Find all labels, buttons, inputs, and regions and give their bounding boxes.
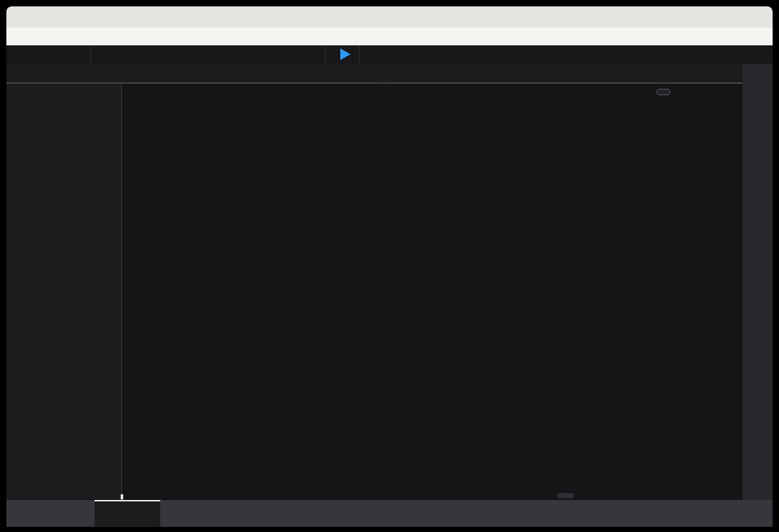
run-capture-button[interactable] (340, 49, 351, 60)
device-selector[interactable] (19, 500, 31, 527)
toolbar-divider (91, 45, 91, 64)
timeline-ruler[interactable] (6, 64, 743, 84)
statusbar (6, 500, 773, 527)
timescale-toggle[interactable] (750, 500, 755, 527)
right-sidebar (743, 64, 773, 500)
session-tab[interactable] (95, 500, 160, 527)
width-tooltip (656, 89, 670, 95)
toolbar (6, 45, 773, 64)
horizontal-scrollbar-thumb[interactable] (557, 493, 574, 498)
measurement-value-label[interactable] (382, 86, 391, 87)
toolbar-divider (325, 45, 326, 64)
toolbar-divider (359, 45, 359, 64)
menubar (6, 27, 773, 45)
channel-label-panel (6, 84, 121, 500)
waveform-canvas[interactable] (121, 84, 743, 500)
scrollbar-origin-tick (121, 494, 123, 499)
desktop-background (0, 0, 779, 532)
app-window (6, 6, 773, 527)
waveform-area[interactable] (6, 84, 743, 500)
titlebar[interactable] (6, 6, 773, 27)
